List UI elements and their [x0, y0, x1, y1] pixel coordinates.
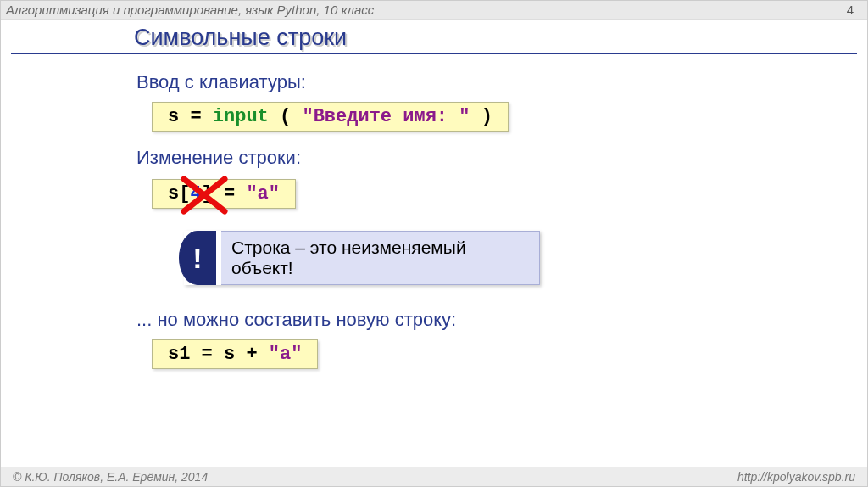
- code-token: +: [235, 344, 269, 365]
- slide-footer: © К.Ю. Поляков, Е.А. Ерёмин, 2014 http:/…: [1, 467, 867, 486]
- heading-input: Ввод с клавиатуры:: [136, 71, 867, 93]
- code-token: s: [168, 183, 179, 204]
- code-token: ]: [202, 183, 213, 204]
- code-string-prompt: "Введите имя: ": [302, 106, 470, 127]
- code-token: =: [213, 183, 247, 204]
- code-input: s = input ( "Введите имя: " ): [152, 102, 509, 132]
- code-token: s: [224, 344, 235, 365]
- footer-copyright: © К.Ю. Поляков, Е.А. Ерёмин, 2014: [13, 470, 208, 484]
- code-string-a: "a": [246, 183, 280, 204]
- slide-title: Символьные строки: [134, 25, 857, 51]
- callout-text: Строка – это неизменяемый объект!: [221, 231, 540, 285]
- code-token: s1: [168, 344, 190, 365]
- code-string-a2: "a": [269, 344, 303, 365]
- code-change-wrap: s[4] = "a": [152, 179, 296, 209]
- code-number-index: 4: [190, 183, 201, 204]
- slide-header: Алгоритмизация и программирование, язык …: [1, 1, 867, 20]
- page-number: 4: [847, 3, 854, 17]
- title-row: Символьные строки: [11, 20, 857, 54]
- code-token: =: [190, 344, 224, 365]
- slide: Алгоритмизация и программирование, язык …: [0, 0, 868, 487]
- callout-box: ! Строка – это неизменяемый объект!: [184, 231, 540, 285]
- code-token: ): [470, 106, 492, 127]
- code-change: s[4] = "a": [152, 179, 296, 209]
- heading-newstr: ... но можно составить новую строку:: [136, 309, 867, 331]
- code-token: s: [168, 106, 179, 127]
- code-token: [: [179, 183, 190, 204]
- slide-content: Ввод с клавиатуры: s = input ( "Введите …: [1, 54, 867, 369]
- footer-url: http://kpolyakov.spb.ru: [737, 470, 855, 484]
- exclamation-icon: !: [179, 231, 216, 285]
- course-title: Алгоритмизация и программирование, язык …: [6, 3, 374, 17]
- code-keyword-input: input: [213, 106, 269, 127]
- code-token: =: [179, 106, 213, 127]
- code-newstr: s1 = s + "a": [152, 339, 318, 369]
- heading-change: Изменение строки:: [136, 147, 867, 169]
- code-token: (: [269, 106, 303, 127]
